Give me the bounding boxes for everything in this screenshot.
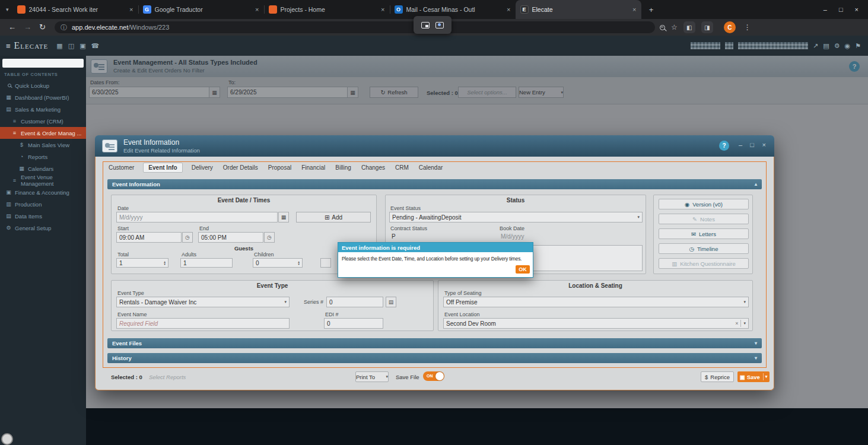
share-camera-icon[interactable]: [435, 22, 444, 28]
start-time-input[interactable]: 09:00 AM: [116, 232, 182, 243]
tab-customer[interactable]: Customer: [107, 163, 135, 172]
type-of-seating-dropdown[interactable]: Off Premise▾: [443, 297, 749, 307]
share-tab-icon[interactable]: [421, 22, 430, 28]
alert-ok-button[interactable]: OK: [516, 265, 530, 274]
edi-input[interactable]: 0: [324, 318, 383, 329]
select-reports-dropdown[interactable]: Select Reports: [149, 374, 186, 380]
sidebar-item-event-order-management[interactable]: ≡Event & Order Manag ...: [0, 127, 86, 139]
tab-proposal[interactable]: Proposal: [267, 163, 292, 172]
tab-close-icon[interactable]: ×: [507, 6, 510, 13]
extension-icon-2[interactable]: ◨: [701, 21, 713, 33]
modal-minimize-button[interactable]: –: [739, 141, 742, 148]
tab-search-icon[interactable]: ▾: [6, 7, 9, 12]
series-doc-button[interactable]: ▤: [386, 297, 396, 307]
print-to-button[interactable]: Print To▾: [355, 371, 389, 382]
sidebar-item-sales-marketing[interactable]: ▤Sales & Marketing: [0, 103, 86, 115]
tab-billing[interactable]: Billing: [334, 163, 352, 172]
sidebar-item-calendars[interactable]: ▦Calendars: [0, 163, 86, 174]
external-link-icon[interactable]: ↗: [813, 42, 818, 50]
browser-tab-devops[interactable]: 24044 - Search Work iter ×: [12, 0, 138, 19]
browser-tab-translate[interactable]: G Google Traductor ×: [138, 0, 264, 19]
sidebar-item-event-venue-management[interactable]: ≡Event Venue Management: [0, 174, 86, 186]
date-calendar-button[interactable]: ▦: [278, 212, 289, 223]
site-info-icon[interactable]: ⓘ: [61, 23, 67, 32]
end-clock-button[interactable]: ◷: [264, 232, 275, 243]
sidebar-item-main-sales-view[interactable]: $Main Sales View: [0, 139, 86, 151]
guests-extra-button[interactable]: [320, 258, 331, 268]
app-logo[interactable]: Elecate: [14, 40, 49, 51]
event-status-dropdown[interactable]: Pending - AwaitingDeposit▾: [389, 212, 643, 223]
timeline-button[interactable]: ◷Timeline: [659, 243, 749, 254]
children-stepper[interactable]: 0▴▾: [253, 258, 303, 268]
event-name-input[interactable]: Required Field: [116, 318, 290, 329]
total-guests-stepper[interactable]: 1▴▾: [116, 258, 168, 268]
modal-help-button[interactable]: ?: [719, 141, 729, 151]
screen-share-pill[interactable]: [414, 16, 452, 34]
tab-close-icon[interactable]: ×: [255, 6, 259, 13]
windows-icon[interactable]: ◫: [68, 42, 74, 50]
modal-maximize-button[interactable]: □: [750, 141, 754, 148]
add-date-button[interactable]: ⊞Add: [296, 212, 371, 223]
sidebar-item-customer-crm[interactable]: ≡Customer (CRM): [0, 115, 86, 127]
sidebar-item-reports[interactable]: ◔Reports: [0, 151, 86, 163]
sidebar-item-production[interactable]: ▥Production: [0, 198, 86, 210]
tab-delivery[interactable]: Delivery: [190, 163, 214, 172]
browser-tab-projects[interactable]: Projects - Home ×: [264, 0, 390, 19]
tab-order-details[interactable]: Order Details: [222, 163, 259, 172]
chevron-down-icon[interactable]: ▾: [765, 374, 768, 379]
sidebar-item-data-items[interactable]: ▤Data Items: [0, 210, 86, 222]
modal-close-button[interactable]: ×: [762, 141, 766, 148]
profile-avatar[interactable]: C: [724, 21, 736, 33]
sidebar-item-finance-accounting[interactable]: ▣Finance & Accounting: [0, 186, 86, 198]
window-maximize-button[interactable]: □: [839, 6, 843, 13]
adults-input[interactable]: 1: [180, 258, 233, 268]
folder-icon[interactable]: ▤: [823, 42, 829, 50]
chevron-down-icon[interactable]: ▾: [743, 321, 746, 326]
reload-button[interactable]: ↻: [39, 23, 46, 31]
date-input[interactable]: M/d/yyyy: [116, 212, 278, 223]
start-clock-button[interactable]: ◷: [182, 232, 193, 243]
notes-button[interactable]: ✎Notes: [659, 214, 749, 224]
sidebar-search-input[interactable]: [2, 59, 84, 68]
sidebar-item-general-setup[interactable]: ⚙General Setup: [0, 222, 86, 234]
letters-button[interactable]: ✉Letters: [659, 228, 749, 239]
bookmark-icon[interactable]: ▣: [80, 42, 85, 50]
kitchen-questionnaire-button[interactable]: ▥Kitchen Questionnaire: [659, 258, 749, 269]
tab-close-icon[interactable]: ×: [632, 6, 636, 13]
phone-icon[interactable]: ☎: [91, 42, 100, 50]
tab-close-icon[interactable]: ×: [129, 6, 133, 13]
window-close-button[interactable]: ×: [855, 6, 859, 13]
screen-recording-indicator[interactable]: [1, 433, 13, 445]
tab-event-info[interactable]: Event Info: [143, 163, 182, 173]
tab-changes[interactable]: Changes: [360, 163, 386, 172]
new-tab-button[interactable]: +: [644, 2, 659, 17]
sidebar-item-dashboard[interactable]: ▦Dashboard (PowerBI): [0, 91, 86, 103]
back-button[interactable]: ←: [8, 23, 16, 31]
event-type-dropdown[interactable]: Rentals - Damage Waiver Inc▾: [116, 297, 290, 307]
event-location-dropdown[interactable]: Second Dev Room×▾: [443, 318, 749, 329]
reprice-button[interactable]: $Reprice: [701, 371, 734, 382]
bookmark-star-icon[interactable]: ☆: [671, 23, 678, 31]
extension-icon-1[interactable]: ◧: [683, 21, 695, 33]
browser-menu-icon[interactable]: ⋮: [744, 23, 751, 31]
version-button[interactable]: ◉Version (v0): [659, 199, 749, 209]
clear-icon[interactable]: ×: [735, 320, 738, 326]
browser-tab-mail[interactable]: O Mail - Cesar Minas - Outl ×: [390, 0, 516, 19]
tab-financial[interactable]: Financial: [300, 163, 326, 172]
section-event-information[interactable]: Event Information ▴: [107, 179, 762, 189]
tab-crm[interactable]: CRM: [394, 163, 410, 172]
window-minimize-button[interactable]: –: [824, 6, 827, 13]
modal-header[interactable]: Event Information Edit Event Related Inf…: [95, 135, 774, 157]
grid-icon[interactable]: ▦: [56, 42, 62, 50]
stepper-down-icon[interactable]: ▾: [298, 263, 300, 266]
tab-calendar[interactable]: Calendar: [418, 163, 444, 172]
save-button[interactable]: ▣Save▾: [737, 371, 770, 382]
sidebar-item-quick-lookup[interactable]: Quick Lookup: [0, 80, 86, 91]
flag-icon[interactable]: ⚑: [855, 42, 861, 50]
gear-icon[interactable]: ⚙: [834, 42, 840, 50]
tab-close-icon[interactable]: ×: [381, 6, 384, 13]
end-time-input[interactable]: 05:00 PM: [198, 232, 263, 243]
address-bar[interactable]: ⓘ app.dev.elecate.net/Windows/223: [55, 21, 655, 33]
section-history[interactable]: History ▾: [107, 353, 762, 363]
bell-icon[interactable]: ◉: [845, 42, 851, 50]
